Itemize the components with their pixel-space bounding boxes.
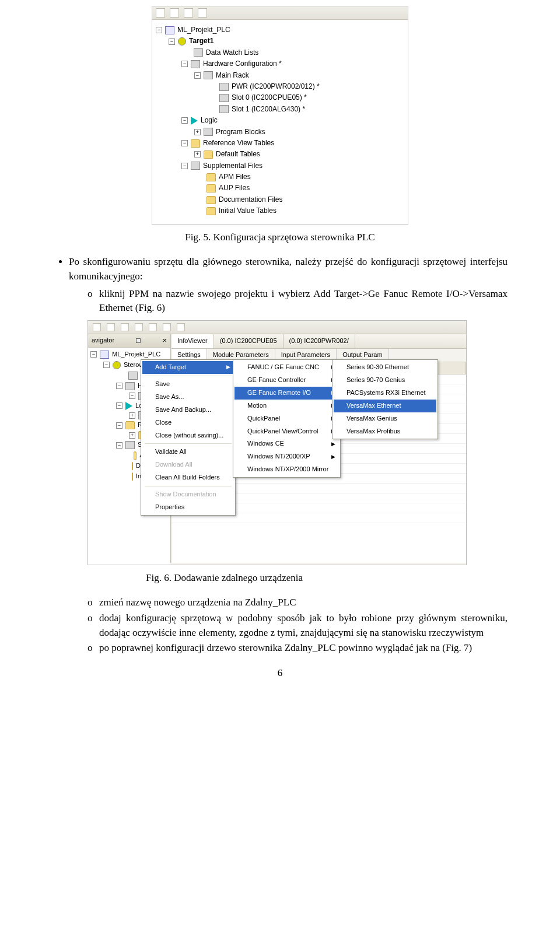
menu-item[interactable]: Save As... <box>142 391 234 404</box>
menu-item[interactable]: QuickPanel▶ <box>235 412 339 425</box>
collapse-icon[interactable]: − <box>181 117 188 124</box>
sub-bullet-d: po poprawnej konfiguracji drzewo sterown… <box>88 641 508 656</box>
tree-node[interactable]: −Supplemental Files <box>156 160 404 171</box>
document-tab[interactable]: (0.0) IC200PWR002/ <box>284 334 355 348</box>
menu-item-label: Clean All Build Folders <box>155 473 220 482</box>
menu-item[interactable]: Windows NT/2000/XP▶ <box>235 450 339 463</box>
toolbar-icon[interactable] <box>135 323 143 331</box>
menu-item[interactable]: QuickPanel View/Control▶ <box>235 425 339 438</box>
toolbar-icon[interactable] <box>156 8 165 17</box>
tree-node-label: ML_Projekt_PLC <box>177 25 230 35</box>
menu-item[interactable]: Windows NT/XP/2000 Mirror <box>235 463 339 476</box>
tree-node[interactable]: +Default Tables <box>156 149 404 160</box>
collapse-icon[interactable]: − <box>181 163 188 169</box>
menu-item[interactable]: Validate All <box>142 446 234 458</box>
tree-node[interactable]: −ML_Projekt_PLC <box>156 24 404 36</box>
tree-node[interactable]: Data Watch Lists <box>156 47 404 58</box>
menu-item[interactable]: Windows CE▶ <box>235 437 339 450</box>
figure-6-caption: Fig. 6. Dodawanie zdalnego urządzenia <box>99 571 560 586</box>
collapse-icon[interactable]: − <box>116 402 123 409</box>
menu-item[interactable]: GE Fanuc Remote I/O▶ <box>235 387 339 400</box>
tree-node[interactable]: −Logic <box>156 115 404 126</box>
collapse-icon[interactable]: − <box>156 27 162 33</box>
collapse-icon[interactable]: − <box>116 383 123 389</box>
toolbar-icon[interactable] <box>198 8 207 17</box>
tree-node[interactable]: Slot 0 (IC200CPUE05) * <box>156 92 404 103</box>
toolbar-icon[interactable] <box>149 323 157 331</box>
pin-icon[interactable] <box>136 338 141 343</box>
menu-item[interactable]: PACSystems RX3i Ethernet <box>334 387 436 400</box>
menu-item[interactable]: Properties <box>142 501 234 514</box>
tree-node[interactable]: −ML_Projekt_PLC <box>90 349 168 360</box>
menu-item[interactable]: Close <box>142 416 234 429</box>
toolbar-icon[interactable] <box>177 323 185 331</box>
menu-item-label: Windows NT/XP/2000 Mirror <box>247 465 328 474</box>
menu-item[interactable]: Close (without saving)... <box>142 429 234 442</box>
menu-item[interactable]: Series 90-30 Ethernet <box>334 361 436 374</box>
document-tabs: InfoViewer(0.0) IC200CPUE05(0.0) IC200PW… <box>172 334 466 349</box>
menu-item[interactable]: VersaMax Ethernet <box>334 400 436 412</box>
collapse-icon[interactable]: − <box>129 393 135 399</box>
expand-icon[interactable]: + <box>194 129 201 135</box>
collapse-icon[interactable]: − <box>103 362 110 368</box>
menu-item[interactable]: Clean All Build Folders <box>142 471 234 484</box>
tree-node-label: AUP Files <box>219 183 250 193</box>
menu-item[interactable]: Save And Backup... <box>142 404 234 416</box>
tree-node[interactable]: −Target1 <box>156 36 404 47</box>
menu-item[interactable]: Add Target▶ <box>142 361 234 374</box>
menu-item[interactable]: Save <box>142 378 234 391</box>
box-icon <box>191 162 200 170</box>
tree-node[interactable]: APM Files <box>156 171 404 183</box>
document-tab[interactable]: InfoViewer <box>172 334 214 348</box>
collapse-icon[interactable]: − <box>181 140 188 146</box>
toolbar-icon[interactable] <box>107 323 115 331</box>
tree-node[interactable]: −Reference View Tables <box>156 138 404 149</box>
menu-item[interactable]: Series 90-70 Genius <box>334 374 436 387</box>
collapse-icon[interactable]: − <box>116 422 123 429</box>
menu-separator <box>145 376 232 376</box>
screenshot-project-tree: −ML_Projekt_PLC−Target1Data Watch Lists−… <box>152 6 408 225</box>
tree-node[interactable]: AUP Files <box>156 183 404 194</box>
menu-item[interactable]: GE Fanuc Controller▶ <box>235 374 339 387</box>
expand-icon[interactable]: + <box>194 151 201 157</box>
toolbar-icon[interactable] <box>93 323 101 331</box>
toolbar-icon[interactable] <box>121 323 129 331</box>
box-icon <box>204 71 213 79</box>
menu-item[interactable]: FANUC / GE Fanuc CNC▶ <box>235 361 339 374</box>
expand-icon[interactable]: + <box>129 412 135 419</box>
navigator-title: avigator <box>92 336 114 345</box>
tree-node[interactable]: Documentation Files <box>156 194 404 205</box>
expand-icon[interactable]: + <box>129 432 135 439</box>
box-icon <box>194 48 203 57</box>
context-menu-3[interactable]: Series 90-30 EthernetSeries 90-70 Genius… <box>332 359 438 440</box>
box-icon <box>219 94 229 102</box>
document-tab[interactable]: (0.0) IC200CPUE05 <box>214 334 284 348</box>
tree-node[interactable]: Slot 1 (IC200ALG430) * <box>156 104 404 115</box>
tree-node[interactable]: +Program Blocks <box>156 127 404 138</box>
context-menu-1[interactable]: Add Target▶SaveSave As...Save And Backup… <box>141 359 236 516</box>
context-menu-2[interactable]: FANUC / GE Fanuc CNC▶GE Fanuc Controller… <box>233 359 341 478</box>
tree-node[interactable]: Initial Value Tables <box>156 205 404 216</box>
menu-item[interactable]: VersaMax Profibus <box>334 425 436 438</box>
figure-5-caption: Fig. 5. Konfiguracja sprzętowa sterownik… <box>0 230 560 245</box>
close-icon[interactable]: × <box>162 338 167 344</box>
menu-item-label: Properties <box>155 503 184 512</box>
collapse-icon[interactable]: − <box>181 61 188 67</box>
menu-item[interactable]: VersaMax Genius <box>334 412 436 425</box>
tree-node-label: Supplemental Files <box>203 161 262 171</box>
tree-node[interactable]: −Hardware Configuration * <box>156 58 404 69</box>
folder-icon <box>206 173 216 181</box>
toolbar-icon[interactable] <box>170 8 179 17</box>
project-tree[interactable]: −ML_Projekt_PLC−Target1Data Watch Lists−… <box>152 20 408 224</box>
tree-node[interactable]: −Main Rack <box>156 70 404 81</box>
menu-item[interactable]: Motion▶ <box>235 400 339 412</box>
box-icon <box>204 128 213 136</box>
collapse-icon[interactable]: − <box>194 72 201 79</box>
collapse-icon[interactable]: − <box>169 38 175 45</box>
toolbar-icon[interactable] <box>163 323 171 331</box>
tree-node[interactable]: PWR (IC200PWR002/012) * <box>156 81 404 92</box>
toolbar-icon[interactable] <box>184 8 193 17</box>
menu-item-label: VersaMax Ethernet <box>346 401 401 411</box>
collapse-icon[interactable]: − <box>90 351 97 358</box>
collapse-icon[interactable]: − <box>116 442 123 449</box>
